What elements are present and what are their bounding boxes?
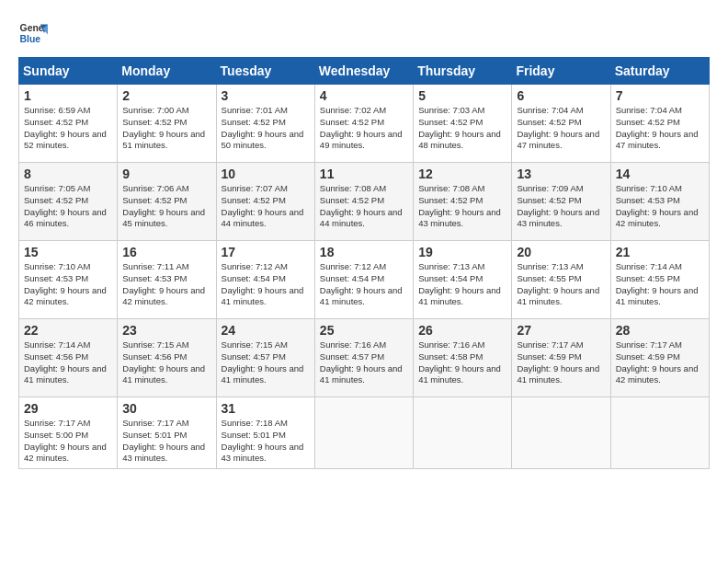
day-number: 17: [222, 245, 310, 259]
day-number: 31: [222, 401, 310, 416]
day-number: 29: [24, 401, 112, 416]
day-number: 2: [122, 88, 210, 103]
day-info: Sunrise: 7:00 AMSunset: 4:52 PMDaylight:…: [122, 105, 210, 152]
day-number: 19: [418, 245, 506, 259]
day-info: Sunrise: 7:10 AMSunset: 4:53 PMDaylight:…: [616, 183, 704, 230]
day-number: 21: [616, 245, 704, 259]
day-cell: 13Sunrise: 7:09 AMSunset: 4:52 PMDayligh…: [512, 163, 610, 241]
day-info: Sunrise: 7:17 AMSunset: 4:59 PMDaylight:…: [616, 339, 704, 386]
day-info: Sunrise: 7:04 AMSunset: 4:52 PMDaylight:…: [517, 105, 605, 152]
header-row: SundayMondayTuesdayWednesdayThursdayFrid…: [19, 58, 710, 85]
day-cell: 22Sunrise: 7:14 AMSunset: 4:56 PMDayligh…: [19, 319, 118, 397]
day-cell: 2Sunrise: 7:00 AMSunset: 4:52 PMDaylight…: [118, 85, 216, 163]
header-cell-tuesday: Tuesday: [216, 58, 314, 85]
day-cell: 30Sunrise: 7:17 AMSunset: 5:01 PMDayligh…: [118, 397, 216, 469]
logo: General Blue: [18, 18, 48, 48]
day-cell: 10Sunrise: 7:07 AMSunset: 4:52 PMDayligh…: [216, 163, 314, 241]
svg-text:Blue: Blue: [20, 34, 41, 44]
day-number: 4: [320, 88, 408, 103]
day-cell: 18Sunrise: 7:12 AMSunset: 4:54 PMDayligh…: [314, 241, 413, 319]
day-cell: 16Sunrise: 7:11 AMSunset: 4:53 PMDayligh…: [118, 241, 216, 319]
day-info: Sunrise: 7:17 AMSunset: 5:01 PMDaylight:…: [122, 418, 210, 465]
header-cell-friday: Friday: [512, 58, 610, 85]
header-cell-thursday: Thursday: [414, 58, 512, 85]
day-number: 5: [418, 88, 506, 103]
day-number: 25: [320, 323, 408, 338]
day-cell: 3Sunrise: 7:01 AMSunset: 4:52 PMDaylight…: [216, 85, 314, 163]
day-number: 28: [616, 323, 704, 338]
day-cell: 1Sunrise: 6:59 AMSunset: 4:52 PMDaylight…: [19, 85, 118, 163]
day-number: 22: [24, 323, 112, 338]
day-number: 12: [418, 167, 506, 181]
day-number: 24: [222, 323, 310, 338]
day-cell: 5Sunrise: 7:03 AMSunset: 4:52 PMDaylight…: [414, 85, 512, 163]
day-cell: 4Sunrise: 7:02 AMSunset: 4:52 PMDaylight…: [314, 85, 413, 163]
day-info: Sunrise: 7:16 AMSunset: 4:58 PMDaylight:…: [418, 339, 506, 386]
week-row-1: 1Sunrise: 6:59 AMSunset: 4:52 PMDaylight…: [19, 85, 710, 163]
page-header: General Blue: [18, 18, 710, 48]
day-info: Sunrise: 7:17 AMSunset: 5:00 PMDaylight:…: [24, 418, 112, 465]
day-info: Sunrise: 7:14 AMSunset: 4:55 PMDaylight:…: [616, 261, 704, 308]
day-number: 23: [122, 323, 210, 338]
day-number: 14: [616, 167, 704, 181]
day-cell: 29Sunrise: 7:17 AMSunset: 5:00 PMDayligh…: [19, 397, 118, 469]
day-number: 30: [122, 401, 210, 416]
day-info: Sunrise: 7:08 AMSunset: 4:52 PMDaylight:…: [320, 183, 408, 230]
day-cell: [314, 397, 413, 469]
day-cell: 31Sunrise: 7:18 AMSunset: 5:01 PMDayligh…: [216, 397, 314, 469]
day-info: Sunrise: 7:01 AMSunset: 4:52 PMDaylight:…: [222, 105, 310, 152]
day-info: Sunrise: 7:08 AMSunset: 4:52 PMDaylight:…: [418, 183, 506, 230]
week-row-4: 22Sunrise: 7:14 AMSunset: 4:56 PMDayligh…: [19, 319, 710, 397]
day-cell: 20Sunrise: 7:13 AMSunset: 4:55 PMDayligh…: [512, 241, 610, 319]
day-number: 6: [517, 88, 605, 103]
logo-icon: General Blue: [18, 18, 48, 48]
day-number: 26: [418, 323, 506, 338]
day-number: 15: [24, 245, 112, 259]
day-cell: 19Sunrise: 7:13 AMSunset: 4:54 PMDayligh…: [414, 241, 512, 319]
day-info: Sunrise: 7:18 AMSunset: 5:01 PMDaylight:…: [222, 418, 310, 465]
day-number: 10: [222, 167, 310, 181]
day-info: Sunrise: 7:15 AMSunset: 4:57 PMDaylight:…: [222, 339, 310, 386]
day-number: 8: [24, 167, 112, 181]
day-number: 7: [616, 88, 704, 103]
day-info: Sunrise: 7:12 AMSunset: 4:54 PMDaylight:…: [222, 261, 310, 308]
day-cell: [610, 397, 709, 469]
day-number: 18: [320, 245, 408, 259]
header-cell-saturday: Saturday: [610, 58, 709, 85]
day-info: Sunrise: 7:04 AMSunset: 4:52 PMDaylight:…: [616, 105, 704, 152]
day-cell: 14Sunrise: 7:10 AMSunset: 4:53 PMDayligh…: [610, 163, 709, 241]
day-cell: 9Sunrise: 7:06 AMSunset: 4:52 PMDaylight…: [118, 163, 216, 241]
day-info: Sunrise: 7:12 AMSunset: 4:54 PMDaylight:…: [320, 261, 408, 308]
header-cell-monday: Monday: [118, 58, 216, 85]
day-cell: 17Sunrise: 7:12 AMSunset: 4:54 PMDayligh…: [216, 241, 314, 319]
day-number: 3: [222, 88, 310, 103]
day-cell: [414, 397, 512, 469]
day-cell: 27Sunrise: 7:17 AMSunset: 4:59 PMDayligh…: [512, 319, 610, 397]
day-info: Sunrise: 6:59 AMSunset: 4:52 PMDaylight:…: [24, 105, 112, 152]
week-row-3: 15Sunrise: 7:10 AMSunset: 4:53 PMDayligh…: [19, 241, 710, 319]
week-row-2: 8Sunrise: 7:05 AMSunset: 4:52 PMDaylight…: [19, 163, 710, 241]
day-info: Sunrise: 7:11 AMSunset: 4:53 PMDaylight:…: [122, 261, 210, 308]
day-info: Sunrise: 7:02 AMSunset: 4:52 PMDaylight:…: [320, 105, 408, 152]
day-info: Sunrise: 7:17 AMSunset: 4:59 PMDaylight:…: [517, 339, 605, 386]
day-info: Sunrise: 7:06 AMSunset: 4:52 PMDaylight:…: [122, 183, 210, 230]
day-number: 1: [24, 88, 112, 103]
day-info: Sunrise: 7:13 AMSunset: 4:54 PMDaylight:…: [418, 261, 506, 308]
day-cell: 8Sunrise: 7:05 AMSunset: 4:52 PMDaylight…: [19, 163, 118, 241]
day-info: Sunrise: 7:10 AMSunset: 4:53 PMDaylight:…: [24, 261, 112, 308]
day-cell: 7Sunrise: 7:04 AMSunset: 4:52 PMDaylight…: [610, 85, 709, 163]
day-info: Sunrise: 7:13 AMSunset: 4:55 PMDaylight:…: [517, 261, 605, 308]
header-cell-sunday: Sunday: [19, 58, 118, 85]
day-info: Sunrise: 7:07 AMSunset: 4:52 PMDaylight:…: [222, 183, 310, 230]
day-cell: 15Sunrise: 7:10 AMSunset: 4:53 PMDayligh…: [19, 241, 118, 319]
calendar-table: SundayMondayTuesdayWednesdayThursdayFrid…: [18, 57, 710, 469]
day-info: Sunrise: 7:05 AMSunset: 4:52 PMDaylight:…: [24, 183, 112, 230]
day-cell: 28Sunrise: 7:17 AMSunset: 4:59 PMDayligh…: [610, 319, 709, 397]
day-number: 11: [320, 167, 408, 181]
day-cell: 24Sunrise: 7:15 AMSunset: 4:57 PMDayligh…: [216, 319, 314, 397]
day-info: Sunrise: 7:15 AMSunset: 4:56 PMDaylight:…: [122, 339, 210, 386]
week-row-5: 29Sunrise: 7:17 AMSunset: 5:00 PMDayligh…: [19, 397, 710, 469]
day-cell: 11Sunrise: 7:08 AMSunset: 4:52 PMDayligh…: [314, 163, 413, 241]
day-number: 13: [517, 167, 605, 181]
day-number: 27: [517, 323, 605, 338]
